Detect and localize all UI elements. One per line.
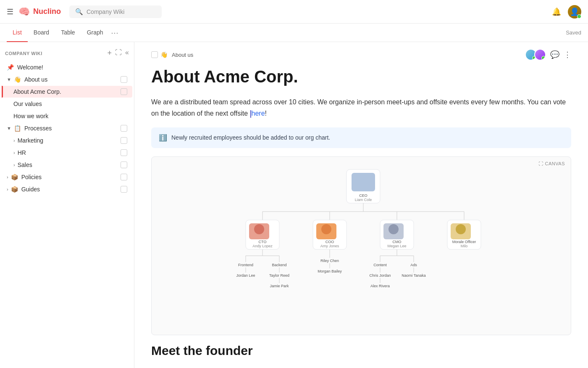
content-header-right: 💬 ⋮ [525, 49, 571, 61]
tab-table[interactable]: Table [55, 24, 81, 42]
topbar-right: 🔔 👤 [552, 5, 581, 19]
item-checkbox[interactable] [121, 174, 127, 180]
svg-text:Jamie Park: Jamie Park [270, 284, 289, 288]
svg-text:Alex Rivera: Alex Rivera [370, 284, 390, 288]
info-text: Newly recruited employees should be adde… [171, 133, 330, 142]
page-paragraph-1: We are a distributed team spread across … [151, 96, 571, 119]
saved-label: Saved [566, 29, 581, 36]
svg-text:Chris Jordan: Chris Jordan [369, 273, 391, 278]
chevron-right-icon: › [13, 150, 15, 155]
svg-text:Morale Officer: Morale Officer [452, 240, 476, 244]
sidebar-item-welcome[interactable]: 📌 Welcome! [2, 61, 132, 73]
breadcrumb-checkbox[interactable] [151, 51, 158, 58]
collapse-icon[interactable]: « [125, 49, 129, 58]
svg-text:Riley Chen: Riley Chen [320, 259, 339, 263]
sidebar-actions: + ⛶ « [108, 49, 129, 58]
sidebar-item-label: Our values [13, 101, 127, 107]
canvas-label-icon: ⛶ [538, 161, 543, 166]
user-avatar[interactable]: 👤 [568, 5, 581, 19]
tabbar: List Board Table Graph ⋯ Saved [0, 24, 588, 42]
item-checkbox[interactable] [121, 76, 127, 83]
svg-text:Content: Content [373, 263, 387, 267]
sidebar-header: COMPANY WIKI + ⛶ « [0, 45, 134, 61]
svg-text:Ads: Ads [410, 263, 417, 267]
menu-icon[interactable]: ☰ [7, 7, 13, 16]
tab-graph[interactable]: Graph [81, 24, 109, 42]
topbar: ☰ 🧠 Nuclino 🔍 Company Wiki 🔔 👤 [0, 0, 588, 24]
logo-text: Nuclino [33, 7, 61, 16]
section-meet-founder: Meet the founder [151, 344, 571, 358]
tab-list[interactable]: List [7, 24, 28, 42]
chevron-right-icon: › [7, 175, 8, 180]
sidebar-item-sales[interactable]: › Sales [2, 159, 132, 171]
info-icon: ℹ️ [159, 134, 167, 142]
processes-emoji: 📋 [14, 125, 21, 132]
item-checkbox[interactable] [121, 88, 127, 95]
sidebar-item-marketing[interactable]: › Marketing [2, 135, 132, 146]
logo[interactable]: 🧠 Nuclino [18, 6, 61, 17]
svg-text:COO: COO [326, 240, 334, 244]
svg-rect-1 [352, 173, 375, 191]
expand-icon[interactable]: ⛶ [115, 49, 122, 58]
info-box: ℹ️ Newly recruited employees should be a… [151, 127, 571, 148]
search-icon: 🔍 [75, 8, 83, 16]
item-checkbox[interactable] [121, 137, 127, 144]
sidebar-item-hr[interactable]: › HR [2, 147, 132, 159]
svg-text:Andy Lopez: Andy Lopez [252, 244, 273, 248]
svg-text:Taylor Reed: Taylor Reed [269, 273, 289, 278]
svg-text:Milo: Milo [461, 244, 468, 248]
item-checkbox[interactable] [121, 161, 127, 168]
sidebar-item-label: About us [24, 76, 121, 83]
more-options-icon[interactable]: ⋮ [564, 50, 571, 59]
canvas-label: ⛶ CANVAS [538, 161, 565, 166]
here-link[interactable]: here [252, 110, 265, 117]
sidebar-item-label: About Acme Corp. [13, 88, 121, 95]
breadcrumb-text: About us [172, 52, 193, 58]
sidebar-item-label: Welcome! [17, 64, 127, 71]
chevron-right-icon: › [13, 138, 15, 143]
svg-text:Megan Lee: Megan Lee [387, 244, 406, 248]
policies-emoji: 📦 [11, 174, 18, 180]
chevron-right-icon: › [13, 162, 15, 167]
sidebar-item-our-values[interactable]: Our values [2, 98, 132, 110]
canvas-container[interactable]: ⛶ CANVAS CEO Liam Cole [151, 156, 571, 335]
svg-text:Jordan Lee: Jordan Lee [236, 273, 255, 278]
item-checkbox[interactable] [121, 125, 127, 132]
comment-icon[interactable]: 💬 [550, 50, 559, 59]
tab-more-icon[interactable]: ⋯ [111, 28, 118, 37]
svg-text:CEO: CEO [359, 193, 368, 198]
sidebar-item-about-acme[interactable]: About Acme Corp. [2, 86, 132, 98]
org-chart-svg: CEO Liam Cole CTO Andy Lopez [160, 165, 562, 325]
svg-point-15 [321, 224, 331, 234]
svg-text:Liam Cole: Liam Cole [355, 198, 372, 202]
sidebar-item-policies[interactable]: › 📦 Policies [2, 171, 132, 183]
page-title: About Acme Corp. [151, 67, 571, 86]
notification-icon[interactable]: 🔔 [552, 7, 561, 16]
breadcrumb-emoji: 👋 [160, 51, 168, 58]
svg-text:CMO: CMO [393, 240, 402, 244]
item-checkbox[interactable] [121, 149, 127, 156]
svg-text:Morgan Bailey: Morgan Bailey [318, 269, 342, 273]
svg-text:CTO: CTO [259, 240, 267, 244]
item-checkbox[interactable] [121, 186, 127, 193]
sidebar-item-processes[interactable]: ▼ 📋 Processes [2, 122, 132, 134]
sidebar-item-about-us[interactable]: ▼ 👋 About us [2, 74, 132, 85]
content-body: About Acme Corp. We are a distributed te… [134, 67, 588, 368]
sidebar-item-label: Sales [18, 161, 121, 168]
guides-emoji: 📦 [11, 186, 18, 193]
svg-text:Naomi Tanaka: Naomi Tanaka [402, 273, 425, 278]
sidebar-item-guides[interactable]: › 📦 Guides [2, 183, 132, 195]
sidebar-item-label: Guides [21, 186, 121, 193]
svg-point-21 [388, 224, 399, 234]
pin-icon: 📌 [7, 64, 14, 71]
sidebar-item-label: Processes [24, 125, 121, 132]
search-bar[interactable]: 🔍 Company Wiki [69, 5, 162, 18]
content-header: 👋 About us 💬 ⋮ [134, 42, 588, 64]
svg-point-9 [254, 224, 264, 234]
svg-text:Backend: Backend [272, 263, 286, 267]
sidebar-item-how-we-work[interactable]: How we work [2, 110, 132, 122]
sidebar: COMPANY WIKI + ⛶ « 📌 Welcome! ▼ 👋 About … [0, 42, 134, 368]
tab-board[interactable]: Board [28, 24, 55, 42]
add-icon[interactable]: + [108, 49, 112, 58]
chevron-down-icon: ▼ [7, 77, 11, 82]
